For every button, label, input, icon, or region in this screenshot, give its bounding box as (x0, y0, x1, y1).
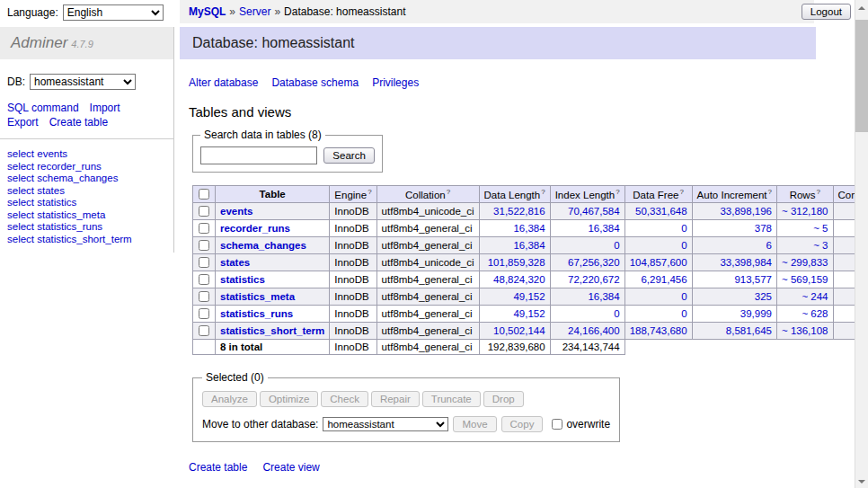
analyze-button[interactable]: Analyze (202, 391, 257, 407)
index-length-link[interactable]: 0 (614, 240, 619, 251)
sidebar-select-recorder-runs[interactable]: select recorder_runs (7, 161, 166, 173)
sidebar-select-statistics-meta[interactable]: select statistics_meta (7, 209, 166, 222)
logout-button[interactable]: Logout (802, 4, 851, 20)
data-length-link[interactable]: 10,502,144 (493, 325, 545, 336)
data-free-link[interactable]: 188,743,680 (630, 325, 687, 336)
table-link-statistics_runs[interactable]: statistics_runs (220, 308, 293, 319)
data-free-link[interactable]: 0 (681, 240, 686, 251)
row-checkbox-statistics[interactable] (199, 274, 209, 285)
help-link[interactable]: ? (447, 188, 450, 196)
auto-increment-link[interactable]: 39,999 (740, 308, 772, 319)
help-link[interactable]: ? (679, 188, 683, 196)
sidebar-select-statistics[interactable]: select statistics (7, 197, 166, 209)
table-link-statistics[interactable]: statistics (220, 274, 265, 285)
auto-increment-link[interactable]: 8,581,645 (726, 325, 772, 336)
help-link[interactable]: ? (768, 188, 772, 196)
table-link-events[interactable]: events (220, 206, 252, 217)
search-input[interactable] (200, 146, 317, 164)
index-length-link[interactable]: 0 (614, 308, 619, 319)
rows-link[interactable]: ~ 3 (813, 240, 828, 251)
overwrite-checkbox[interactable] (552, 419, 562, 430)
row-checkbox-schema_changes[interactable] (199, 240, 209, 251)
rows-link[interactable]: ~ 628 (802, 308, 828, 319)
scroll-down-arrow-icon[interactable] (855, 475, 868, 488)
link-create-table[interactable]: Create table (189, 461, 247, 474)
data-length-link[interactable]: 31,522,816 (493, 206, 545, 217)
data-free-link[interactable]: 50,331,648 (635, 206, 687, 217)
data-free-link[interactable]: 0 (681, 291, 686, 302)
auto-increment-link[interactable]: 378 (755, 223, 772, 234)
drop-button[interactable]: Drop (483, 391, 524, 407)
link-alter-database[interactable]: Alter database (189, 76, 258, 89)
scrollbar-thumb[interactable] (855, 20, 868, 132)
table-link-states[interactable]: states (220, 257, 250, 268)
data-length-link[interactable]: 16,384 (513, 223, 545, 234)
auto-increment-link[interactable]: 913,577 (734, 274, 772, 285)
select-all-checkbox[interactable] (199, 189, 209, 200)
scroll-up-arrow-icon[interactable] (855, 0, 868, 13)
language-select[interactable]: English (63, 4, 164, 21)
move-button[interactable]: Move (453, 416, 496, 432)
row-checkbox-events[interactable] (199, 206, 209, 217)
breadcrumb-mysql-link[interactable]: MySQL (189, 5, 226, 18)
row-checkbox-recorder_runs[interactable] (199, 223, 209, 234)
rows-link[interactable]: ~ 312,180 (782, 206, 828, 217)
table-link-statistics_meta[interactable]: statistics_meta (220, 291, 295, 302)
index-length-link[interactable]: 67,256,320 (568, 257, 620, 268)
index-length-link[interactable]: 16,384 (588, 291, 619, 302)
sidebar-link-sql-command[interactable]: SQL command (7, 102, 79, 114)
table-link-schema_changes[interactable]: schema_changes (220, 240, 306, 251)
row-checkbox-statistics_meta[interactable] (199, 291, 209, 302)
truncate-button[interactable]: Truncate (422, 391, 481, 407)
search-button[interactable]: Search (323, 147, 374, 164)
sidebar-select-statistics-runs[interactable]: select statistics_runs (7, 221, 166, 234)
optimize-button[interactable]: Optimize (260, 391, 318, 407)
row-checkbox-states[interactable] (199, 257, 209, 268)
rows-link[interactable]: ~ 136,108 (782, 325, 828, 336)
rows-link[interactable]: ~ 5 (813, 223, 828, 234)
auto-increment-link[interactable]: 33,398,984 (720, 257, 772, 268)
copy-button[interactable]: Copy (501, 416, 544, 432)
sidebar-link-import[interactable]: Import (90, 102, 120, 114)
table-link-recorder_runs[interactable]: recorder_runs (220, 223, 290, 234)
data-free-link[interactable]: 0 (681, 308, 686, 319)
scrollbar[interactable] (855, 0, 868, 488)
repair-button[interactable]: Repair (371, 391, 420, 407)
data-free-link[interactable]: 0 (681, 223, 686, 234)
index-length-link[interactable]: 16,384 (588, 223, 619, 234)
sidebar-select-schema-changes[interactable]: select schema_changes (7, 173, 166, 185)
help-link[interactable]: ? (616, 188, 619, 196)
help-link[interactable]: ? (541, 188, 545, 196)
move-db-select[interactable]: homeassistant (323, 417, 448, 431)
data-length-link[interactable]: 49,152 (513, 291, 545, 302)
auto-increment-link[interactable]: 33,898,196 (720, 206, 772, 217)
link-privileges[interactable]: Privileges (372, 76, 419, 89)
sidebar-select-states[interactable]: select states (7, 185, 166, 198)
row-checkbox-statistics_short_term[interactable] (199, 325, 209, 336)
rows-link[interactable]: ~ 569,159 (782, 274, 828, 285)
row-checkbox-statistics_runs[interactable] (199, 308, 209, 319)
check-button[interactable]: Check (321, 391, 368, 407)
help-link[interactable]: ? (816, 188, 819, 196)
breadcrumb-server-link[interactable]: Server (239, 5, 270, 18)
sidebar-select-events[interactable]: select events (7, 148, 166, 161)
data-free-link[interactable]: 6,291,456 (641, 274, 686, 285)
table-link-statistics_short_term[interactable]: statistics_short_term (220, 325, 324, 336)
rows-link[interactable]: ~ 244 (802, 291, 828, 302)
sidebar-link-export[interactable]: Export (7, 116, 39, 129)
index-length-link[interactable]: 24,166,400 (568, 325, 620, 336)
data-length-link[interactable]: 101,859,328 (488, 257, 545, 268)
data-length-link[interactable]: 16,384 (513, 240, 545, 251)
db-select[interactable]: homeassistant (30, 74, 136, 90)
sidebar-link-create-table[interactable]: Create table (49, 116, 108, 129)
index-length-link[interactable]: 72,220,672 (568, 274, 620, 285)
sidebar-select-statistics-short-term[interactable]: select statistics_short_term (7, 234, 166, 246)
data-free-link[interactable]: 104,857,600 (630, 257, 687, 268)
auto-increment-link[interactable]: 325 (755, 291, 772, 302)
help-link[interactable]: ? (368, 188, 371, 196)
link-database-schema[interactable]: Database schema (271, 76, 359, 89)
rows-link[interactable]: ~ 299,833 (782, 257, 828, 268)
auto-increment-link[interactable]: 6 (766, 240, 772, 251)
data-length-link[interactable]: 49,152 (513, 308, 545, 319)
link-create-view[interactable]: Create view (262, 461, 319, 474)
